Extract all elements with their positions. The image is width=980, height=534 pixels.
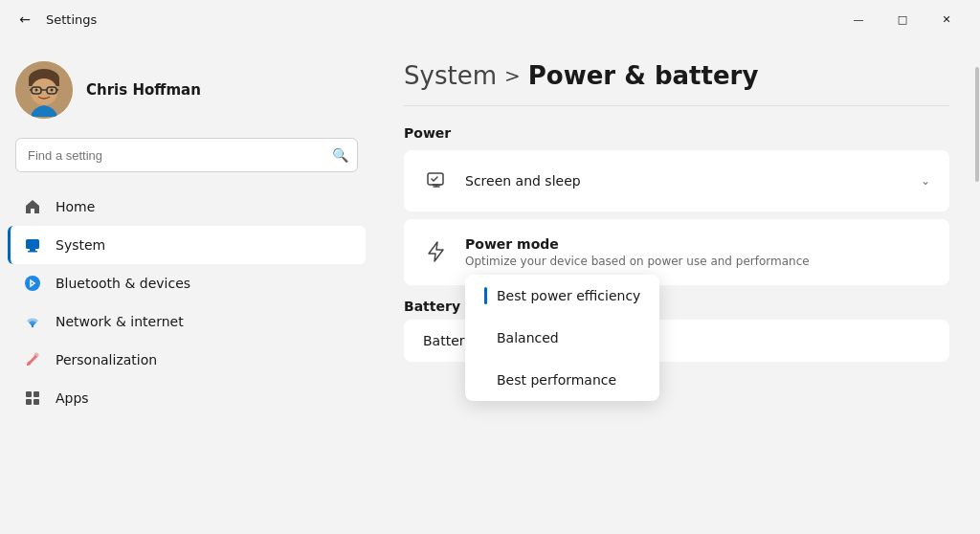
user-name: Chris Hoffman [86,81,201,99]
scrollbar-thumb[interactable] [975,67,979,182]
svg-rect-12 [30,249,35,251]
nav-label-bluetooth: Bluetooth & devices [56,276,190,291]
power-mode-icon [423,238,450,265]
breadcrumb-current: Power & battery [528,61,759,90]
app-body: Chris Hoffman 🔍 Home Sy [0,38,980,534]
power-mode-title: Power mode [465,236,930,252]
titlebar: ← Settings — □ ✕ [0,0,980,38]
back-button[interactable]: ← [11,6,38,33]
svg-point-15 [32,325,33,327]
sidebar-item-apps[interactable]: Apps [8,379,366,417]
search-input[interactable] [15,138,358,172]
power-section-label: Power [404,125,949,141]
content-area: System > Power & battery Power Screen an… [373,38,980,534]
spacer [484,329,487,346]
scrollbar-track [974,38,980,534]
sidebar-item-system[interactable]: System [8,226,366,264]
avatar [15,61,73,119]
personalization-icon [23,350,42,369]
dropdown-label-performance: Best performance [497,372,616,388]
screen-sleep-icon [423,167,450,194]
dropdown-label-efficiency: Best power efficiency [497,288,640,303]
breadcrumb-separator: > [504,64,521,87]
svg-rect-20 [33,399,39,405]
screen-sleep-chevron: ⌄ [921,174,930,188]
dropdown-item-performance[interactable]: Best performance [465,359,659,401]
svg-rect-17 [26,391,32,397]
breadcrumb-parent: System [404,61,497,90]
sidebar-item-bluetooth[interactable]: Bluetooth & devices [8,264,366,302]
nav-label-system: System [56,237,105,253]
breadcrumb-divider [404,105,949,106]
minimize-button[interactable]: — [836,4,880,34]
home-icon [23,197,42,216]
close-button[interactable]: ✕ [924,4,969,34]
power-mode-description: Optimize your device based on power use … [465,255,930,268]
sidebar-item-home[interactable]: Home [8,188,366,226]
dropdown-label-balanced: Balanced [497,330,559,345]
nav-label-home: Home [56,199,95,214]
svg-rect-18 [33,391,39,397]
maximize-button[interactable]: □ [880,4,924,34]
sidebar-item-network[interactable]: Network & internet [8,302,366,341]
screen-sleep-card: Screen and sleep ⌄ [404,150,949,211]
breadcrumb: System > Power & battery [404,61,949,90]
sidebar-item-personalization[interactable]: Personalization [8,341,366,379]
app-title: Settings [46,12,836,27]
svg-point-10 [51,89,54,92]
search-icon: 🔍 [332,147,348,163]
bluetooth-icon [23,274,42,293]
network-icon [23,312,42,331]
power-mode-dropdown: Best power efficiency Balanced Best perf… [465,275,659,401]
svg-rect-11 [26,239,39,249]
power-mode-card: Power mode Optimize your device based on… [404,219,949,285]
nav-label-apps: Apps [56,390,89,406]
apps-icon [23,389,42,408]
screen-sleep-row[interactable]: Screen and sleep ⌄ [404,150,949,211]
dropdown-item-balanced[interactable]: Balanced [465,317,659,359]
nav-label-network: Network & internet [56,314,184,329]
user-section: Chris Hoffman [0,54,373,138]
svg-point-3 [31,78,57,105]
dropdown-menu: Best power efficiency Balanced Best perf… [465,275,659,401]
selected-indicator [484,287,487,304]
svg-rect-19 [26,399,32,405]
dropdown-item-efficiency[interactable]: Best power efficiency [465,275,659,317]
svg-point-9 [35,89,38,92]
svg-point-16 [34,353,39,358]
system-icon [23,235,42,255]
svg-point-14 [25,276,40,291]
search-box: 🔍 [15,138,358,172]
nav-label-personalization: Personalization [56,352,157,367]
spacer2 [484,371,487,389]
svg-rect-13 [28,251,37,253]
screen-sleep-label: Screen and sleep [465,173,905,189]
power-mode-content: Power mode Optimize your device based on… [465,236,930,268]
window-controls: — □ ✕ [836,4,969,34]
sidebar: Chris Hoffman 🔍 Home Sy [0,38,373,534]
